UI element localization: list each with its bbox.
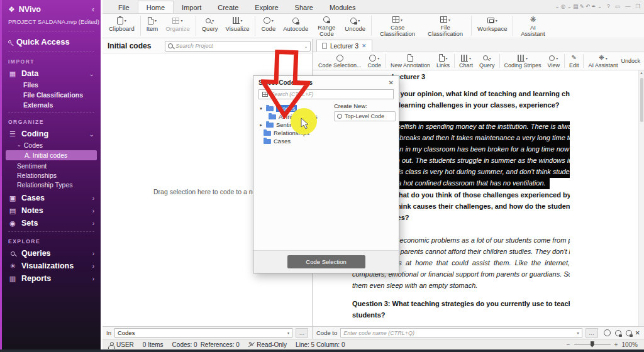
scrollbar-thumb[interactable]: [640, 78, 643, 122]
search-icon: [168, 43, 173, 48]
vertical-scrollbar[interactable]: ▲: [638, 70, 644, 326]
chart-button[interactable]: ▾ Chart: [456, 53, 476, 69]
close-icon[interactable]: ✕: [389, 79, 394, 86]
divider: [8, 31, 94, 31]
undock-button[interactable]: Undock: [621, 58, 641, 64]
range-code-button[interactable]: Range Code: [312, 14, 341, 38]
sidebar-item-externals[interactable]: Externals: [2, 100, 101, 110]
links-button[interactable]: ▾ Links: [433, 53, 453, 69]
sidebar-item-file-classifications[interactable]: File Classifications: [2, 90, 101, 100]
search-icon: [483, 55, 488, 60]
zoom-out-icon[interactable]: −: [567, 341, 570, 348]
code-tag-icon[interactable]: [615, 330, 621, 336]
sidebar-item-files[interactable]: Files: [2, 80, 101, 90]
help-icon[interactable]: ?: [607, 3, 610, 9]
zoom-slider-thumb[interactable]: [591, 341, 594, 348]
sidebar-item-quick-access[interactable]: Quick Access: [2, 33, 101, 50]
dialog-footer: Code Selection: [253, 250, 399, 273]
quick-toolbar-icons[interactable]: ⌄ ◎ ⌄ ▤ ✎ ↶ ✒ ⌄: [555, 3, 602, 9]
page-title: Initial codes: [108, 41, 151, 50]
tab-home[interactable]: Home: [138, 1, 174, 13]
sidebar-collapse-icon[interactable]: ‹: [92, 5, 94, 14]
range-code-icon: [323, 16, 330, 23]
sidebar-item-cases[interactable]: ▣ Cases ›: [2, 192, 101, 204]
top-level-code-option[interactable]: Top-Level Code: [334, 111, 396, 121]
code-circle-icon[interactable]: [604, 329, 611, 336]
code-selection-submit-button[interactable]: Code Selection: [287, 255, 365, 268]
code-selection-button[interactable]: Code Selection...: [315, 53, 365, 69]
document-tab-bar: Lecturer 3 ✕: [313, 39, 644, 52]
sidebar-item-codes[interactable]: ⌄ Codes: [2, 140, 101, 150]
expand-closed-icon[interactable]: ▸: [258, 123, 264, 128]
browse-codes-button[interactable]: …: [586, 328, 598, 338]
clipboard-button[interactable]: ▾ Clipboard: [105, 14, 138, 38]
sidebar-item-notes[interactable]: ▤ Notes ›: [2, 204, 101, 217]
code-button[interactable]: ▾ Code: [257, 14, 279, 38]
tab-lecturer-3[interactable]: Lecturer 3 ✕: [316, 40, 372, 52]
zoom-in-icon[interactable]: +: [614, 341, 618, 348]
sidebar-item-visualizations[interactable]: ✳ Visualizations ›: [2, 260, 101, 272]
search-input[interactable]: [175, 43, 302, 49]
case-classification-button[interactable]: ▾ Case Classification: [374, 14, 421, 38]
sidebar-item-reports[interactable]: ▥ Reports ›: [2, 272, 101, 285]
ai-assistant-button[interactable]: ❋▾ AI Assistant: [585, 53, 621, 69]
workspace-button[interactable]: ▾ Workspace: [474, 14, 511, 38]
chevron-right-icon: ›: [92, 263, 94, 270]
new-annotation-button[interactable]: New Annotation: [387, 53, 433, 69]
sidebar-item-coding[interactable]: ☰ Coding ⌄: [2, 128, 101, 140]
tab-create[interactable]: Create: [209, 1, 247, 13]
tab-import[interactable]: Import: [174, 1, 209, 13]
tab-explore[interactable]: Explore: [247, 1, 286, 13]
in-codes-select[interactable]: Codes ▾: [114, 328, 292, 338]
uncode-button[interactable]: ▾ Uncode: [341, 14, 369, 38]
coding-stripes-button[interactable]: ▾ Coding Stripes: [501, 53, 545, 69]
file-classification-button[interactable]: ▾ File Classification: [421, 14, 469, 38]
restore-icon[interactable]: ❐: [635, 3, 640, 9]
tab-file[interactable]: File: [110, 1, 138, 13]
chevron-down-icon[interactable]: ⌄: [304, 44, 308, 48]
sidebar-item-relationship-types[interactable]: Relationship Types: [2, 180, 101, 189]
tab-modules[interactable]: Modules: [321, 1, 364, 13]
file-classification-icon: [440, 16, 447, 23]
query-button[interactable]: ▾ Query: [476, 53, 498, 69]
code-to-input[interactable]: [343, 330, 577, 336]
tab-share[interactable]: Share: [287, 1, 321, 13]
tree-item-cases[interactable]: Cases: [253, 137, 399, 145]
autocode-button[interactable]: Autocode: [279, 14, 312, 38]
scroll-up-icon[interactable]: ▲: [640, 71, 643, 75]
zoom-slider[interactable]: [574, 344, 611, 345]
ai-assistant-button[interactable]: ❋ AI Assistant: [515, 14, 550, 38]
sidebar-item-relationships[interactable]: Relationships: [2, 170, 101, 180]
chevron-down-icon: ⌄: [89, 131, 94, 138]
answer-line: them even sleep with an empty stomach.: [352, 280, 570, 292]
annotation-icon: [408, 54, 413, 62]
code-to-field[interactable]: ▾: [340, 328, 582, 338]
sidebar-item-queries[interactable]: Queries ›: [2, 247, 101, 260]
code-button[interactable]: ▾ Code: [365, 53, 385, 69]
feedback-icon[interactable]: ▭: [615, 3, 620, 9]
tree-item-sentiment[interactable]: ▸ Sentiment: [253, 121, 399, 129]
sidebar-item-data[interactable]: ▦ Data ⌄: [2, 67, 101, 80]
uncode-tag-icon[interactable]: [626, 330, 632, 336]
code-to-bar: Code to ▾ … ✕: [313, 326, 644, 339]
pin-icon: [8, 40, 11, 43]
sidebar-item-sets[interactable]: ◉ Sets ›: [2, 217, 101, 229]
view-button[interactable]: ▾ View: [545, 53, 563, 69]
sidebar-item-sentiment[interactable]: Sentiment: [2, 161, 101, 170]
close-code-bar-icon[interactable]: ✕: [635, 329, 640, 336]
item-button[interactable]: ▾ Item: [143, 14, 162, 38]
visualize-button[interactable]: ▾ Visualize: [222, 14, 253, 38]
radio-icon[interactable]: [337, 114, 342, 119]
quick-access-label: Quick Access: [16, 37, 70, 47]
chevron-down-icon[interactable]: ▾: [577, 331, 579, 335]
sidebar-item-initial-codes[interactable]: A. Initial codes: [6, 150, 97, 160]
tree-item-relationships[interactable]: Relationships: [253, 129, 399, 137]
close-tab-icon[interactable]: ✕: [362, 43, 367, 49]
browse-button[interactable]: …: [296, 328, 308, 338]
minimize-icon[interactable]: —: [625, 3, 631, 9]
create-new-section: Create New: Top-Level Code: [334, 102, 396, 121]
chevron-right-icon: ›: [92, 250, 94, 257]
query-button[interactable]: ▾ Query: [198, 14, 222, 38]
clipboard-icon: [117, 17, 123, 25]
edit-button[interactable]: ✎ Edit: [566, 53, 582, 69]
